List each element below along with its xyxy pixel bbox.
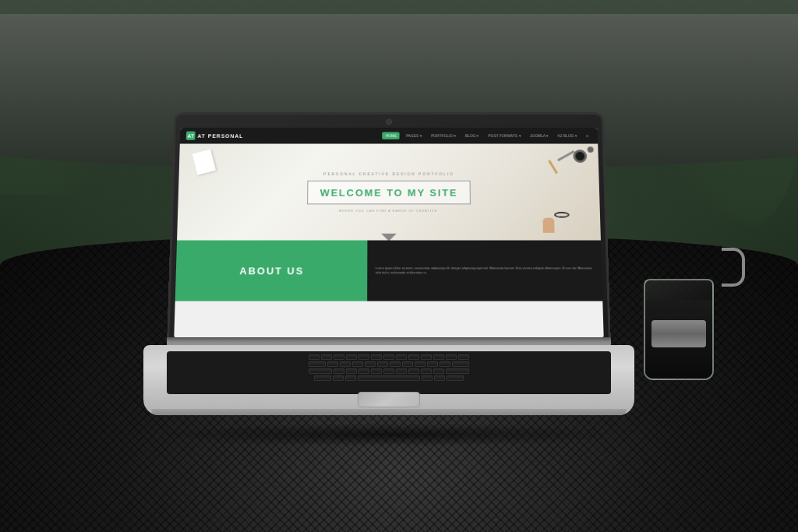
key-row-4 [169,375,609,381]
laptop-screen: AT AT PERSONAL HOME PAGES ▾ PORTFOLIO ▾ … [174,128,603,338]
key [314,375,331,381]
mug-handle [722,248,745,287]
key [365,361,376,367]
key [346,354,357,360]
key-row-1 [169,354,609,360]
key [340,361,351,367]
about-left-panel: ABOUT US [175,241,368,301]
nav-menu: HOME PAGES ▾ PORTFOLIO ▾ BLOG ▾ POST FOR… [383,132,592,139]
key [358,368,369,374]
laptop: AT AT PERSONAL HOME PAGES ▾ PORTFOLIO ▾ … [136,104,642,431]
key [421,354,432,360]
hero-pencil-item [548,160,558,174]
key [446,354,457,360]
key [408,368,419,374]
laptop-base: MacBook Pro [136,337,642,431]
key [402,361,413,367]
hero-arrow-icon [381,234,397,241]
key [427,361,438,367]
key [327,361,338,367]
key [309,354,320,360]
logo-text: AT PERSONAL [197,133,243,139]
keyboard-area [167,351,611,394]
hero-paper-item [192,149,217,175]
laptop-screen-assembly: AT AT PERSONAL HOME PAGES ▾ PORTFOLIO ▾ … [167,112,611,345]
key [352,361,363,367]
key [371,368,382,374]
nav-item-blog[interactable]: BLOG ▾ [462,132,482,139]
hero-title: WELCOME TO MY SITE [320,187,458,198]
key [408,354,419,360]
key [377,361,388,367]
nav-item-post-formats[interactable]: POST FORMATS ▾ [485,132,524,139]
key [433,354,444,360]
hero-title-part2: MY SITE [408,187,457,198]
key [447,375,464,381]
about-right-panel: Lorem ipsum dolor sit amet, consectetur … [368,241,603,301]
key [334,368,344,374]
key [434,375,445,381]
key [422,375,433,381]
nav-item-joomla[interactable]: JOOMLA ▾ [527,132,552,139]
key [440,361,450,367]
about-body-text: Lorem ipsum dolor sit amet, consectetur … [376,266,595,275]
hero-subtitle: PERSONAL CREATIVE DESIGN PORTFOLIO [323,171,454,176]
hero-title-part1: WELCOME TO [320,187,408,198]
key [396,368,407,374]
key [358,354,369,360]
mug-glass [644,279,714,380]
key [390,361,401,367]
hero-scissors-item [557,150,574,161]
key-row-3 [169,368,609,374]
nav-item-menu[interactable]: ≡ [583,132,591,139]
key [345,375,356,381]
keyboard-rows [167,351,611,384]
hero-coffee-item [573,150,587,163]
key [346,368,357,374]
key [333,375,344,381]
gear-icon[interactable] [588,146,594,153]
hero-title-box: WELCOME TO MY SITE [307,180,471,204]
coffee-mug [636,224,729,380]
key [421,368,432,374]
about-us-title: ABOUT US [239,265,304,277]
hero-description: WHERE YOU CAN FIND A RANGE OF CREATIVE. [339,209,439,213]
hero-glasses-item [554,212,570,218]
laptop-bottom-edge [151,409,627,415]
hero-section: PERSONAL CREATIVE DESIGN PORTFOLIO WELCO… [177,144,601,241]
webcam-dot [386,119,392,125]
website-navbar: AT AT PERSONAL HOME PAGES ▾ PORTFOLIO ▾ … [180,128,598,144]
nav-item-portfolio[interactable]: PORTFOLIO ▾ [428,132,459,139]
key [309,368,332,374]
key [371,354,382,360]
trackpad[interactable] [358,392,420,407]
key [309,361,326,367]
spacebar [358,375,420,381]
nav-logo: AT AT PERSONAL [186,132,244,140]
nav-item-pages[interactable]: PAGES ▾ [403,132,425,139]
key [334,354,344,360]
key [383,354,394,360]
key [452,361,469,367]
key-row-2 [169,361,609,367]
logo-icon: AT [186,132,196,140]
key [321,354,332,360]
key [415,361,425,367]
nav-item-k2blog[interactable]: K2 BLOG ▾ [555,132,581,139]
nav-item-home[interactable]: HOME [383,132,400,139]
key [396,354,407,360]
laptop-body: MacBook Pro [143,345,634,415]
about-section: ABOUT US Lorem ipsum dolor sit amet, con… [175,241,603,301]
mug-band [651,320,706,347]
key [383,368,394,374]
key [433,368,444,374]
key [458,354,469,360]
hero-hand-item [542,218,554,233]
key [446,368,469,374]
